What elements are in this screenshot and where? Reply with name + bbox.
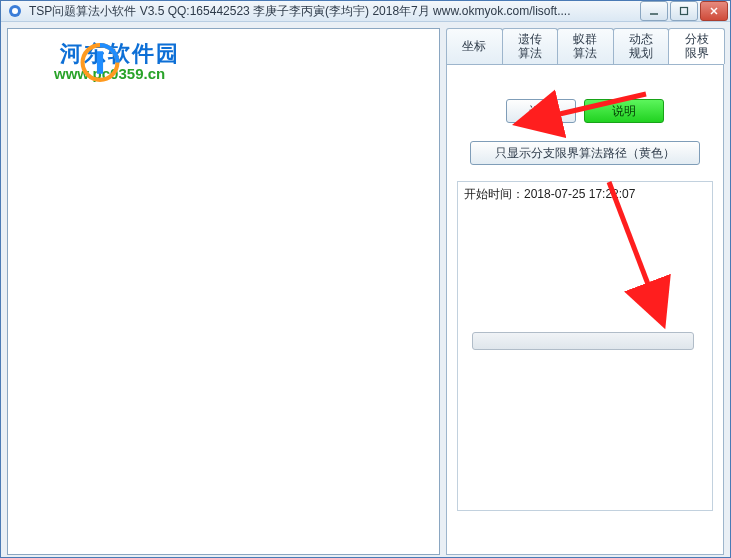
maximize-button[interactable] [670, 1, 698, 21]
svg-rect-3 [681, 8, 688, 15]
window-controls [638, 1, 728, 21]
tab-strip: 坐标遗传 算法蚁群 算法动态 规划分枝 限界 [446, 28, 724, 64]
window-title: TSP问题算法小软件 V3.5 QQ:165442523 李庚子李丙寅(李均宇)… [29, 3, 638, 20]
run-button[interactable]: 运行 [506, 99, 576, 123]
explain-button[interactable]: 说明 [584, 99, 664, 123]
tab-3[interactable]: 动态 规划 [613, 28, 670, 64]
body: 河东软件园 www.pc0359.cn 坐标遗传 算法蚁群 算法动态 规划分枝 … [1, 22, 730, 558]
side-panel: 坐标遗传 算法蚁群 算法动态 规划分枝 限界 运行 说明 只显示分支限界算法路径… [446, 28, 724, 555]
log-line: 开始时间：2018-07-25 17:22:07 [464, 186, 706, 203]
minimize-button[interactable] [640, 1, 668, 21]
tab-0[interactable]: 坐标 [446, 28, 503, 64]
titlebar: TSP问题算法小软件 V3.5 QQ:165442523 李庚子李丙寅(李均宇)… [1, 1, 730, 22]
progress-bar [472, 332, 694, 350]
app-window: TSP问题算法小软件 V3.5 QQ:165442523 李庚子李丙寅(李均宇)… [0, 0, 731, 558]
button-row: 运行 说明 [457, 99, 713, 123]
graph-canvas[interactable]: 河东软件园 www.pc0359.cn [7, 28, 440, 555]
panel-body: 运行 说明 只显示分支限界算法路径（黄色） 开始时间：2018-07-25 17… [446, 64, 724, 555]
svg-point-1 [12, 8, 18, 14]
tab-4[interactable]: 分枝 限界 [668, 28, 725, 64]
tab-2[interactable]: 蚁群 算法 [557, 28, 614, 64]
close-button[interactable] [700, 1, 728, 21]
log-box[interactable]: 开始时间：2018-07-25 17:22:07 [457, 181, 713, 511]
only-path-button[interactable]: 只显示分支限界算法路径（黄色） [470, 141, 700, 165]
tab-1[interactable]: 遗传 算法 [502, 28, 559, 64]
app-icon [7, 3, 23, 19]
